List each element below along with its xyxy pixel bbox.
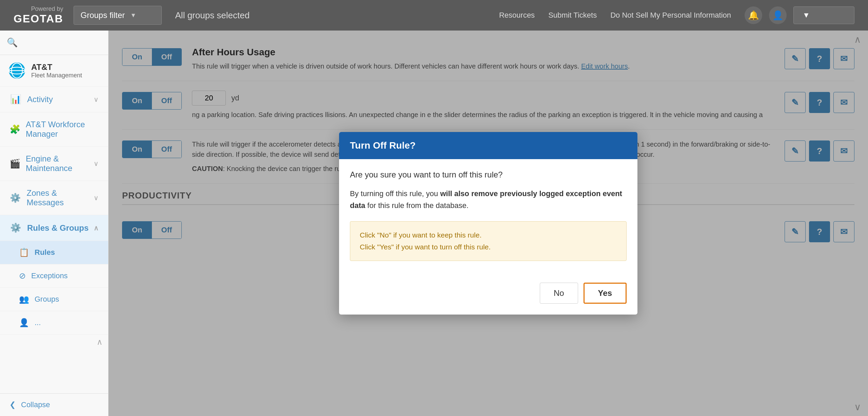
zones-icon: ⚙️ [9,193,21,203]
modal-warning-prefix: By turning off this rule, you [350,189,440,198]
sidebar-item-att-workforce[interactable]: 🧩 AT&T Workforce Manager [0,112,108,147]
user-dropdown[interactable]: ▼ [793,6,854,24]
exceptions-sub-label: Exceptions [31,271,68,280]
top-bar-left: Powered by GEOTAB Groups filter ▼ All gr… [14,5,250,25]
workforce-label: AT&T Workforce Manager [26,120,99,139]
company-name: AT&T [31,62,82,72]
sidebar-nav: 📊 Activity ∨ 🧩 AT&T Workforce Manager 🎬 … [0,87,108,393]
att-logo [8,62,26,79]
sidebar-item-zones[interactable]: ⚙️ Zones & Messages ∨ [0,181,108,215]
zones-chevron: ∨ [94,194,99,202]
top-bar: Powered by GEOTAB Groups filter ▼ All gr… [0,0,868,31]
modal-warning: By turning off this rule, you will also … [350,188,627,211]
notification-bell-button[interactable]: 🔔 [745,6,762,24]
groups-filter-dropdown[interactable]: Groups filter ▼ [74,6,162,25]
modal-overlay: Turn Off Rule? Are you sure you want to … [108,31,868,416]
powered-by-label: Powered by [31,5,63,13]
collapse-label: Collapse [21,400,50,409]
sidebar-search[interactable]: 🔍 [0,31,108,55]
brand-name: GEOTAB [14,13,63,25]
modal-question: Are you sure you want to turn off this r… [350,170,627,179]
main-content: ∧ On Off After Hours Usage This rule wil… [108,31,868,416]
activity-label: Activity [27,95,53,104]
groups-sub-label: Groups [35,295,59,304]
rules-groups-label: Rules & Groups [27,223,88,233]
exceptions-sub-icon: ⊘ [19,271,26,281]
modal-body: Are you sure you want to turn off this r… [339,159,637,283]
top-bar-icons: 🔔 👤 ▼ [745,6,854,24]
sidebar-nav-up-arrow[interactable]: ∧ [97,337,103,347]
activity-chevron: ∨ [94,95,99,103]
sidebar: 🔍 AT&T Fleet Management 📊 Activity [0,31,108,416]
submit-tickets-link[interactable]: Submit Tickets [548,11,597,20]
modal-note-line2: Click "Yes" if you want to turn off this… [360,241,617,253]
sidebar-subitem-more[interactable]: 👤 ... [0,311,108,335]
sidebar-company: AT&T Fleet Management [0,55,108,87]
top-bar-right: Resources Submit Tickets Do Not Sell My … [499,6,854,24]
zones-label: Zones & Messages [27,188,94,207]
groups-sub-icon: 👥 [19,295,29,304]
rules-sub-icon: 📋 [19,248,29,257]
user-profile-button[interactable]: 👤 [769,6,787,24]
modal-note: Click "No" if you want to keep this rule… [350,221,627,261]
search-icon: 🔍 [7,37,18,48]
sidebar-item-activity[interactable]: 📊 Activity ∨ [0,87,108,112]
sidebar-subitem-exceptions[interactable]: ⊘ Exceptions [0,264,108,288]
collapse-arrow-icon: ❮ [9,400,16,409]
engine-label: Engine & Maintenance [26,154,94,173]
more-label: ... [35,318,41,327]
user-dropdown-chevron: ▼ [803,11,810,20]
main-layout: 🔍 AT&T Fleet Management 📊 Activity [0,31,868,416]
workforce-icon: 🧩 [9,124,20,135]
sidebar-subitem-rules[interactable]: 📋 Rules [0,241,108,264]
modal-header: Turn Off Rule? [339,132,637,159]
resources-link[interactable]: Resources [499,11,535,20]
groups-filter-label: Groups filter [81,11,125,20]
rules-groups-icon: ⚙️ [9,223,22,233]
modal-yes-button[interactable]: Yes [584,283,627,304]
modal-note-line1: Click "No" if you want to keep this rule… [360,229,617,241]
modal-footer: No Yes [339,283,637,315]
engine-chevron: ∨ [94,159,99,168]
more-icon: 👤 [19,318,29,327]
modal-no-button[interactable]: No [540,283,578,304]
logo-area: Powered by GEOTAB [14,5,63,25]
all-groups-label: All groups selected [175,10,250,21]
sidebar-subitem-groups[interactable]: 👥 Groups [0,288,108,311]
do-not-sell-link[interactable]: Do Not Sell My Personal Information [610,11,731,20]
activity-icon: 📊 [9,94,22,105]
modal-warning-suffix: for this rule from the database. [365,201,469,210]
sidebar-item-engine[interactable]: 🎬 Engine & Maintenance ∨ [0,147,108,181]
company-info: AT&T Fleet Management [31,62,82,79]
groups-filter-chevron: ▼ [130,12,136,19]
rules-sub-label: Rules [35,248,55,257]
engine-icon: 🎬 [9,158,20,169]
sidebar-collapse[interactable]: ❮ Collapse [0,393,108,416]
sidebar-item-rules-groups[interactable]: ⚙️ Rules & Groups ∧ [0,215,108,241]
rules-groups-chevron: ∧ [94,224,99,232]
turn-off-rule-modal: Turn Off Rule? Are you sure you want to … [339,132,637,315]
company-sub: Fleet Management [31,72,82,79]
